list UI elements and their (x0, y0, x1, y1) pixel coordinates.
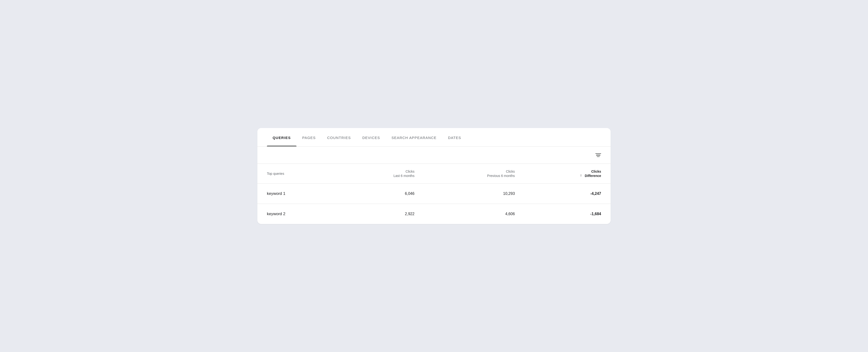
row1-clicks-previous: 10,293 (424, 184, 524, 204)
main-card: QUERIES PAGES COUNTRIES DEVICES SEARCH A… (257, 128, 611, 224)
row2-difference: -1,684 (525, 204, 611, 224)
row1-difference: -4,247 (525, 184, 611, 204)
col-clicks-current-label2: Last 6 months (394, 174, 414, 178)
tab-countries[interactable]: COUNTRIES (321, 128, 356, 146)
col-query-label: Top queries (267, 172, 284, 176)
filter-row (257, 147, 611, 164)
filter-line-2 (596, 155, 600, 155)
col-clicks-previous-label2: Previous 6 months (487, 174, 515, 178)
row1-clicks-current: 6,046 (338, 184, 424, 204)
filter-button[interactable] (595, 153, 601, 157)
tab-navigation: QUERIES PAGES COUNTRIES DEVICES SEARCH A… (257, 128, 611, 147)
filter-line-3 (597, 156, 600, 157)
row1-query: keyword 1 (257, 184, 338, 204)
tab-search-appearance[interactable]: SEARCH APPEARANCE (386, 128, 442, 146)
col-clicks-current-label1: Clicks (406, 170, 414, 173)
col-clicks-previous-label1: Clicks (506, 170, 515, 173)
row2-query: keyword 2 (257, 204, 338, 224)
tab-pages[interactable]: PAGES (297, 128, 321, 146)
row2-clicks-previous: 4,606 (424, 204, 524, 224)
data-table: Top queries Clicks Last 6 months Clicks … (257, 164, 611, 224)
table-row: keyword 2 2,922 4,606 -1,684 (257, 204, 611, 224)
col-query-header: Top queries (257, 164, 338, 184)
filter-line-1 (595, 153, 601, 154)
col-difference-header[interactable]: ↑ Clicks Difference (525, 164, 611, 184)
table-header-row: Top queries Clicks Last 6 months Clicks … (257, 164, 611, 184)
col-clicks-current-header: Clicks Last 6 months (338, 164, 424, 184)
table-row: keyword 1 6,046 10,293 -4,247 (257, 184, 611, 204)
col-clicks-previous-header: Clicks Previous 6 months (424, 164, 524, 184)
row2-clicks-current: 2,922 (338, 204, 424, 224)
tab-dates[interactable]: DATES (442, 128, 467, 146)
sort-arrow-icon: ↑ (580, 173, 582, 178)
tab-queries[interactable]: QUERIES (267, 128, 297, 146)
tab-devices[interactable]: DEVICES (356, 128, 386, 146)
col-difference-label1: Clicks (591, 170, 601, 173)
col-difference-label2: Difference (585, 174, 601, 178)
